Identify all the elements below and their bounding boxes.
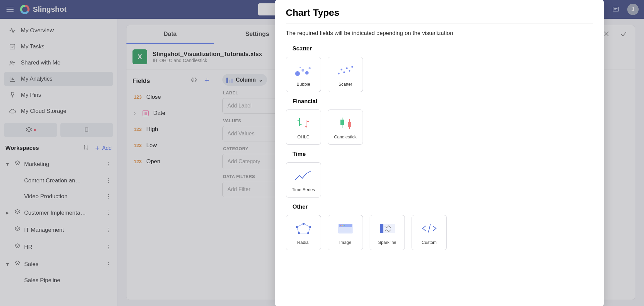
app-logo[interactable]: Slingshot xyxy=(20,5,66,14)
chevron-right-icon: › xyxy=(134,110,138,117)
menu-button[interactable] xyxy=(5,5,15,14)
close-icon[interactable] xyxy=(603,30,610,39)
svg-point-30 xyxy=(296,226,298,228)
nav-overview[interactable]: My Overview xyxy=(4,24,113,38)
workspace-content-creation[interactable]: Content Creation an… ⋮ xyxy=(4,174,113,187)
more-icon[interactable]: ⋮ xyxy=(106,177,111,184)
add-values-input[interactable]: Add Values xyxy=(222,126,279,141)
popover-description: The required fields will be indicated de… xyxy=(286,30,593,37)
svg-point-8 xyxy=(300,67,301,68)
svg-rect-3 xyxy=(153,59,156,62)
svg-point-2 xyxy=(11,61,13,63)
more-icon[interactable]: ⋮ xyxy=(106,244,111,251)
workspace-marketing[interactable]: ▾ Marketing ⋮ xyxy=(4,157,113,172)
pin-icon xyxy=(9,91,16,99)
workspace-customer-impl[interactable]: ▸ Customer Implementa… ⋮ xyxy=(4,205,113,220)
chart-type-picker[interactable]: Column ⌄ xyxy=(222,74,267,86)
nav-tasks[interactable]: My Tasks xyxy=(4,40,113,54)
tile-radial[interactable]: Radial xyxy=(286,215,321,250)
svg-rect-37 xyxy=(380,224,383,233)
svg-point-12 xyxy=(346,68,347,69)
tile-sparkline[interactable]: Sparkline xyxy=(370,215,405,250)
svg-point-13 xyxy=(348,70,350,72)
tile-time-series[interactable]: Time Series xyxy=(286,162,321,198)
add-category-input[interactable]: Add Category xyxy=(222,154,279,169)
svg-point-33 xyxy=(340,225,341,226)
bubble-icon xyxy=(293,62,314,78)
nav-cloud[interactable]: My Cloud Storage xyxy=(4,104,113,118)
column-chart-icon xyxy=(226,77,233,83)
user-avatar[interactable]: J xyxy=(627,4,639,15)
add-filter-input[interactable]: Add Filter xyxy=(222,182,279,197)
nav-pins[interactable]: My Pins xyxy=(4,88,113,102)
connection-title: Slingshot_Visualization_Tutorials.xlsx xyxy=(153,51,262,58)
sort-icon[interactable] xyxy=(83,144,89,152)
nav-shared[interactable]: Shared with Me xyxy=(4,56,113,70)
tile-bubble[interactable]: Bubble xyxy=(286,57,321,92)
svg-point-29 xyxy=(298,232,300,234)
group-other: Other xyxy=(292,204,593,210)
checkbox-icon xyxy=(9,43,16,50)
add-workspace-button[interactable]: Add xyxy=(94,145,112,151)
field-low[interactable]: 123Low xyxy=(126,137,217,154)
number-type-icon: 123 xyxy=(134,94,142,100)
svg-point-14 xyxy=(351,66,353,68)
number-type-icon: 123 xyxy=(134,143,142,148)
field-close[interactable]: 123Close xyxy=(126,89,217,105)
caret-right-icon: ▸ xyxy=(6,209,11,216)
stack-icon xyxy=(14,260,21,268)
workspace-video-production[interactable]: Video Production ⋮ xyxy=(4,189,113,203)
stack-icon xyxy=(14,160,21,168)
tile-scatter[interactable]: Scatter xyxy=(328,57,363,92)
sparkline-icon xyxy=(377,220,397,236)
workspace-sales-pipeline[interactable]: Sales Pipeline xyxy=(4,274,113,287)
svg-point-35 xyxy=(343,225,344,226)
svg-point-9 xyxy=(338,73,339,75)
more-icon[interactable]: ⋮ xyxy=(106,161,111,168)
workspace-it[interactable]: ▸ IT Management ⋮ xyxy=(4,222,113,237)
workspace-sales[interactable]: ▾ Sales ⋮ xyxy=(4,257,113,272)
more-icon[interactable]: ⋮ xyxy=(106,261,111,268)
sidebar: My Overview My Tasks Shared with Me My A… xyxy=(0,19,117,306)
time-series-icon xyxy=(293,168,314,184)
image-icon xyxy=(335,220,356,236)
more-icon[interactable]: ⋮ xyxy=(106,209,111,216)
tile-ohlc[interactable]: OHLC xyxy=(286,110,321,145)
svg-point-6 xyxy=(305,71,309,75)
svg-point-4 xyxy=(295,71,300,76)
confirm-icon[interactable] xyxy=(620,30,628,39)
chevron-down-icon: ⌄ xyxy=(259,77,263,83)
layers-toggle[interactable] xyxy=(4,123,57,137)
workspace-hr[interactable]: ▸ HR ⋮ xyxy=(4,239,113,255)
field-date[interactable]: ›▦Date xyxy=(126,105,217,121)
tile-candlestick[interactable]: Candlestick xyxy=(328,110,363,145)
add-label-input[interactable]: Add Label xyxy=(222,98,279,114)
tile-custom[interactable]: Custom xyxy=(412,215,447,250)
date-type-icon: ▦ xyxy=(143,110,149,116)
svg-point-7 xyxy=(309,67,311,69)
stack-icon xyxy=(14,209,21,217)
more-icon[interactable]: ⋮ xyxy=(106,226,111,233)
logo-icon xyxy=(20,5,30,14)
group-financial: Financial xyxy=(292,98,593,105)
field-high[interactable]: 123High xyxy=(126,121,217,137)
field-open[interactable]: 123Open xyxy=(126,154,217,170)
code-icon xyxy=(419,220,439,236)
plus-icon[interactable] xyxy=(203,77,211,86)
tile-image[interactable]: Image xyxy=(328,215,363,250)
workspaces-heading: Workspaces xyxy=(5,145,39,151)
number-type-icon: 123 xyxy=(134,127,142,132)
bookmark-toggle[interactable] xyxy=(60,123,113,137)
comments-button[interactable] xyxy=(610,4,621,15)
brain-icon[interactable] xyxy=(191,77,197,86)
svg-rect-1 xyxy=(10,44,15,49)
svg-point-26 xyxy=(303,223,305,225)
fields-heading: Fields xyxy=(132,78,150,85)
tab-data[interactable]: Data xyxy=(126,25,214,44)
nav-analytics[interactable]: My Analytics xyxy=(4,72,113,86)
svg-rect-24 xyxy=(348,122,351,127)
chart-icon xyxy=(9,75,16,83)
stack-icon xyxy=(14,226,21,234)
radial-icon xyxy=(293,220,314,236)
more-icon[interactable]: ⋮ xyxy=(106,193,111,200)
